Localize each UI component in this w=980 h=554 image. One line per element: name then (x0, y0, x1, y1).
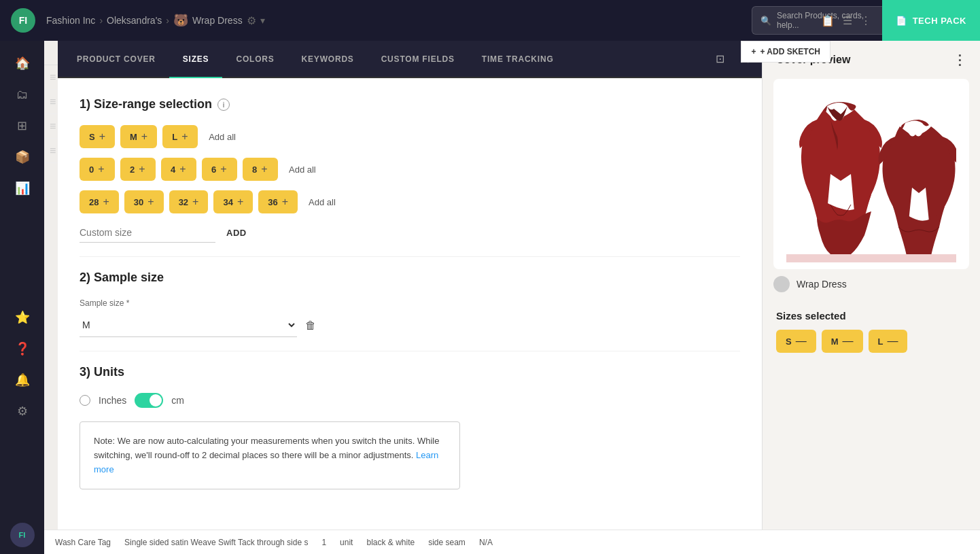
user-avatar[interactable]: FI (10, 523, 35, 547)
add-sketch-plus-icon: + (751, 47, 756, 56)
size-btn-34[interactable]: 34 + (213, 190, 253, 213)
bottom-row-col5: black & white (366, 538, 415, 547)
size-btn-0[interactable]: 0 + (80, 158, 115, 181)
sidebar-item-help[interactable]: ❓ (8, 334, 37, 363)
section3-title: 3) Units (80, 365, 740, 379)
note-text: Note: We are now auto-calculating your m… (94, 436, 439, 460)
top-bar: FI Fashion Inc › Oleksandra's › 🐻 Wrap D… (0, 0, 980, 41)
custom-size-row: ADD (80, 223, 740, 243)
app-logo[interactable]: FI (11, 8, 35, 33)
sample-size-select[interactable]: M S L (80, 313, 297, 337)
sidebar-item-chart[interactable]: 📊 (8, 174, 37, 203)
section1-title: 1) Size-range selection i (80, 97, 740, 111)
bottom-row-col6: side seam (428, 538, 466, 547)
sidebar-item-star[interactable]: ⭐ (8, 303, 37, 332)
add-all-btn-1[interactable]: Add all (203, 129, 241, 145)
size-btn-8[interactable]: 8 + (243, 158, 278, 181)
add-sketch-button[interactable]: + + ADD SKETCH (741, 41, 830, 63)
bottom-row-col3: 1 (321, 538, 326, 547)
divider-2 (80, 351, 740, 351)
cover-preview-more-button[interactable]: ⋮ (953, 52, 966, 68)
breadcrumb-sep1: › (99, 15, 103, 26)
dress-label-row: Wrap Dress (763, 269, 980, 299)
tab-keywords[interactable]: KEYWORDS (288, 41, 368, 78)
selected-tag-M[interactable]: M — (822, 330, 863, 353)
tab-custom-fields[interactable]: CUSTOM FIELDS (368, 41, 468, 78)
selected-size-tags: S — M — L — (776, 330, 966, 353)
size-btn-32[interactable]: 32 + (169, 190, 209, 213)
cm-label: cm (171, 395, 184, 406)
size-btn-M[interactable]: M + (120, 125, 157, 148)
sidebar-item-grid[interactable]: ⊞ (8, 111, 37, 140)
breadcrumb-collection[interactable]: Oleksandra's (107, 15, 162, 26)
svg-rect-0 (786, 254, 956, 262)
selected-tag-S[interactable]: S — (776, 330, 816, 353)
divider-1 (80, 256, 740, 257)
tab-bar: PRODUCT COVER SIZES COLORS KEYWORDS CUST… (58, 41, 762, 78)
tab-colors[interactable]: COLORS (222, 41, 287, 78)
section2-title: 2) Sample size (80, 271, 740, 285)
main-panel: PRODUCT COVER SIZES COLORS KEYWORDS CUST… (58, 41, 763, 530)
more-icon[interactable]: ⋮ (860, 14, 871, 27)
size-btn-30[interactable]: 30 + (124, 190, 164, 213)
size-btn-2[interactable]: 2 + (120, 158, 156, 181)
size-btn-28[interactable]: 28 + (80, 190, 119, 213)
section3-title-text: 3) Units (80, 365, 124, 379)
tech-pack-icon: 📄 (896, 16, 907, 26)
bottom-row-label: Wash Care Tag (55, 538, 111, 547)
expand-icon[interactable]: ⊡ (712, 50, 729, 68)
tab-sizes[interactable]: SIZES (169, 41, 223, 78)
units-note-box: Note: We are now auto-calculating your m… (80, 421, 460, 489)
bottom-row-col2: Single sided satin Weave Swift Tack thro… (124, 538, 308, 547)
breadcrumb: Fashion Inc › Oleksandra's › 🐻 Wrap Dres… (46, 13, 265, 28)
tab-time-tracking[interactable]: TIME TRACKING (468, 41, 567, 78)
size-btn-S[interactable]: S + (80, 125, 115, 148)
tech-pack-label: TECH PACK (913, 16, 966, 26)
add-sketch-label: + ADD SKETCH (760, 47, 820, 56)
tech-pack-button[interactable]: 📄 TECH PACK (882, 0, 980, 41)
dress-name: Wrap Dress (797, 279, 847, 290)
sidebar-item-box[interactable]: 📦 (8, 143, 37, 171)
unit-toggle[interactable] (135, 393, 163, 408)
sidebar-item-layers[interactable]: 🗂 (8, 80, 37, 109)
delete-sample-size-button[interactable]: 🗑 (302, 317, 319, 334)
modal-content: 1) Size-range selection i S + M + L + Ad… (58, 78, 762, 530)
sizes-selected-title: Sizes selected (776, 310, 966, 322)
menu-icon[interactable]: ☰ (843, 14, 852, 27)
size-row-sml: S + M + L + Add all (80, 125, 740, 148)
bottom-row-col7: N/A (479, 538, 493, 547)
size-row-numbers1: 0 + 2 + 4 + 6 + 8 + Add all (80, 158, 740, 181)
inches-label: Inches (99, 395, 126, 406)
size-btn-6[interactable]: 6 + (202, 158, 237, 181)
size-row-numbers2: 28 + 30 + 32 + 34 + 36 + Add all (80, 190, 740, 213)
selected-tag-L[interactable]: L — (869, 330, 908, 353)
section2-title-text: 2) Sample size (80, 271, 164, 285)
breadcrumb-product[interactable]: 🐻 Wrap Dress ⚙ ▾ (173, 13, 265, 28)
bottom-row-col4: unit (340, 538, 353, 547)
custom-size-input[interactable] (80, 223, 215, 243)
breadcrumb-company[interactable]: Fashion Inc (46, 15, 95, 26)
size-btn-36[interactable]: 36 + (258, 190, 298, 213)
tab-product-cover[interactable]: PRODUCT COVER (63, 41, 169, 78)
bottom-table-row: Wash Care Tag Single sided satin Weave S… (44, 530, 980, 554)
dress-color-dot (773, 276, 790, 292)
custom-size-add-button[interactable]: ADD (226, 228, 247, 238)
inches-radio[interactable] (80, 395, 90, 406)
sidebar-item-bell[interactable]: 🔔 (8, 366, 37, 394)
section1-title-text: 1) Size-range selection (80, 97, 212, 111)
top-bar-actions: 📋 ☰ ⋮ (821, 0, 871, 41)
size-btn-L[interactable]: L + (162, 125, 198, 148)
add-all-btn-2[interactable]: Add all (283, 162, 321, 177)
right-panel: Cover preview ⋮ (763, 41, 980, 530)
add-all-btn-3[interactable]: Add all (303, 194, 341, 210)
sample-size-row: M S L 🗑 (80, 313, 740, 337)
left-sidebar: 🏠 🗂 ⊞ 📦 📊 ⭐ ❓ 🔔 ⚙ FI (0, 41, 44, 554)
sidebar-item-settings[interactable]: ⚙ (8, 397, 37, 426)
sample-size-label: Sample size * (80, 298, 740, 308)
notifications-icon[interactable]: 📋 (821, 14, 835, 27)
breadcrumb-sep2: › (166, 15, 169, 26)
size-btn-4[interactable]: 4 + (161, 158, 196, 181)
search-icon: 🔍 (760, 16, 771, 26)
info-icon-1[interactable]: i (217, 99, 230, 111)
sidebar-item-home[interactable]: 🏠 (8, 49, 37, 77)
